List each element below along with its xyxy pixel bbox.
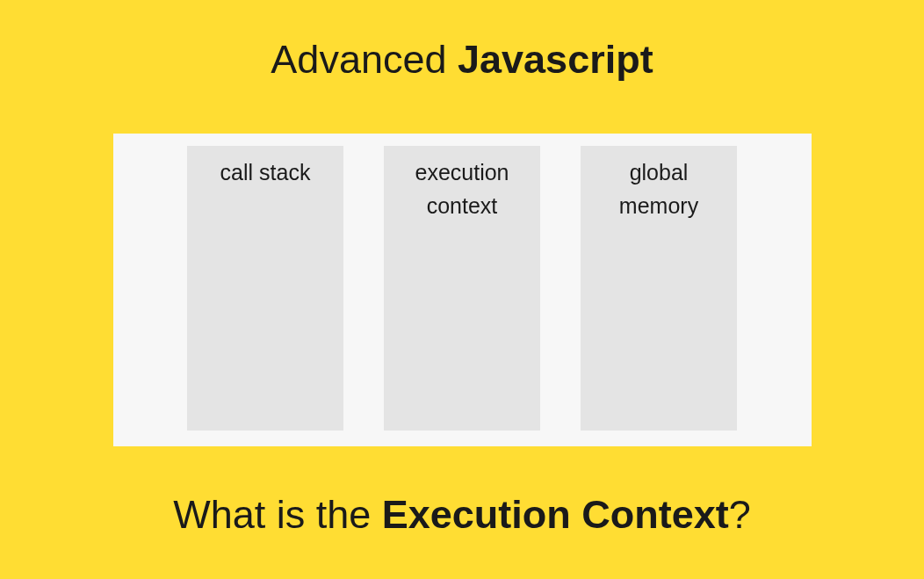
column-execution-context: execution context bbox=[384, 146, 540, 431]
subtitle-bold: Execution Context bbox=[382, 492, 729, 537]
diagram-panel: call stack execution context global memo… bbox=[113, 134, 812, 446]
column-label-line1: execution bbox=[415, 160, 509, 185]
column-global-memory: global memory bbox=[581, 146, 737, 431]
page-subtitle: What is the Execution Context? bbox=[173, 492, 751, 538]
subtitle-suffix: ? bbox=[729, 492, 751, 537]
column-label-line2: context bbox=[427, 193, 498, 218]
column-call-stack: call stack bbox=[187, 146, 343, 431]
title-prefix: Advanced bbox=[271, 37, 458, 82]
column-label: call stack bbox=[187, 156, 343, 190]
title-bold: Javascript bbox=[458, 37, 653, 82]
column-label-line1: global bbox=[630, 160, 689, 185]
subtitle-prefix: What is the bbox=[173, 492, 382, 537]
column-label: global memory bbox=[581, 156, 737, 222]
column-label-line2: memory bbox=[619, 193, 698, 218]
column-label: execution context bbox=[384, 156, 540, 222]
page-title: Advanced Javascript bbox=[271, 37, 653, 83]
column-label-line1: call stack bbox=[220, 160, 311, 185]
